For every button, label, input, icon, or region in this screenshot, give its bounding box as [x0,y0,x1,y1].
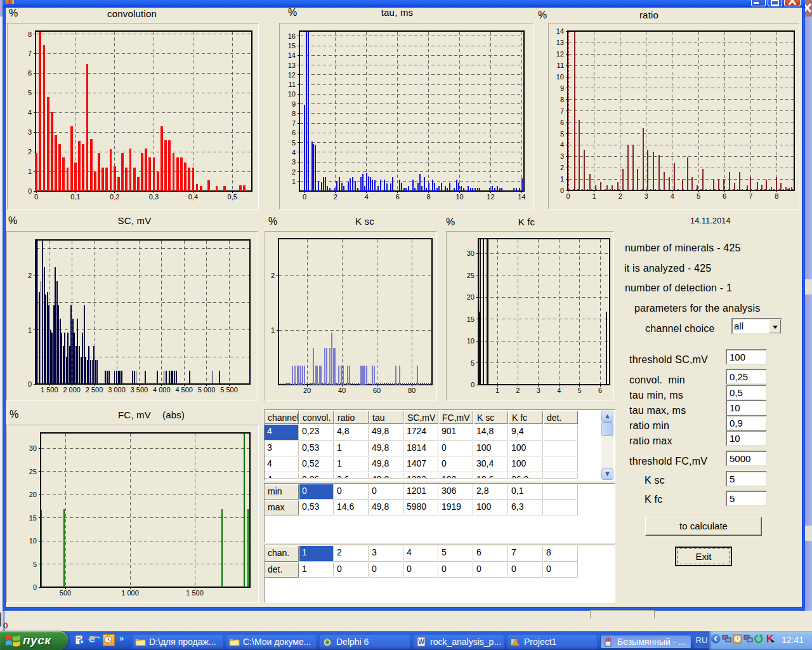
svg-text:3: 3 [28,128,32,136]
svg-text:1: 1 [593,192,596,200]
svg-text:2: 2 [334,193,337,201]
svg-text:1 000: 1 000 [121,589,139,597]
svg-text:10: 10 [556,73,564,81]
svg-text:3 500: 3 500 [131,386,148,394]
svg-text:0: 0 [28,380,32,388]
svg-text:12: 12 [487,193,494,201]
svg-text:4: 4 [292,149,296,156]
svg-text:11: 11 [557,62,564,69]
svg-text:5: 5 [33,560,37,568]
svg-text:4: 4 [28,109,32,116]
svg-text:0: 0 [560,187,564,194]
svg-text:10: 10 [29,537,37,545]
svg-text:20: 20 [467,293,475,301]
svg-text:0,2: 0,2 [110,193,119,201]
svg-text:7: 7 [560,107,564,115]
svg-text:0,1: 0,1 [70,193,80,201]
svg-text:4 000: 4 000 [153,386,171,394]
svg-text:5: 5 [28,89,32,96]
svg-text:7: 7 [749,192,752,200]
svg-text:16: 16 [288,32,296,40]
svg-text:6: 6 [292,129,296,136]
svg-text:0: 0 [303,193,306,201]
svg-text:4 500: 4 500 [175,386,193,394]
svg-text:2: 2 [619,192,622,200]
svg-text:14: 14 [556,27,564,35]
svg-text:9: 9 [560,84,564,92]
svg-text:0: 0 [471,381,475,388]
svg-text:0: 0 [33,583,37,591]
svg-text:9: 9 [292,100,296,108]
svg-text:4: 4 [365,193,369,201]
svg-text:30: 30 [29,444,37,452]
svg-text:10: 10 [455,193,463,201]
svg-text:1: 1 [271,326,275,334]
svg-text:14: 14 [518,193,525,201]
svg-text:5 500: 5 500 [220,386,238,394]
svg-text:5: 5 [578,387,582,394]
svg-text:W: W [418,639,424,646]
svg-text:1 500: 1 500 [186,589,204,597]
svg-text:60: 60 [373,387,381,394]
svg-text:15: 15 [29,514,37,522]
svg-text:7: 7 [292,119,296,127]
svg-text:80: 80 [408,387,416,394]
svg-text:13: 13 [556,39,564,46]
svg-text:8: 8 [427,193,431,201]
svg-text:4: 4 [557,387,561,394]
svg-text:15: 15 [467,315,475,323]
svg-text:12: 12 [288,71,296,79]
svg-text:8: 8 [560,96,564,103]
svg-text:25: 25 [467,272,475,279]
svg-text:1: 1 [495,387,499,394]
svg-text:4: 4 [560,141,564,149]
svg-text:2: 2 [271,272,275,279]
svg-text:40: 40 [338,387,346,394]
svg-text:20: 20 [29,491,37,498]
svg-text:1: 1 [560,175,564,183]
svg-text:8: 8 [28,30,32,38]
svg-text:0,3: 0,3 [149,193,159,201]
svg-text:6: 6 [723,192,726,200]
svg-text:25: 25 [29,468,37,475]
svg-text:2: 2 [28,272,32,279]
svg-text:6: 6 [396,193,400,201]
svg-text:1: 1 [292,178,296,185]
svg-text:8: 8 [292,110,296,117]
svg-text:7: 7 [28,50,32,57]
svg-text:3: 3 [645,192,648,200]
svg-text:2: 2 [516,387,520,394]
svg-text:2: 2 [292,168,296,176]
svg-text:20: 20 [303,387,311,394]
svg-text:3: 3 [292,158,296,166]
svg-text:6: 6 [598,387,602,394]
svg-text:5: 5 [560,130,564,138]
svg-text:0: 0 [34,193,38,201]
svg-text:2: 2 [560,164,564,171]
svg-text:3: 3 [537,387,540,394]
svg-text:1: 1 [28,168,32,175]
svg-text:11: 11 [289,81,296,88]
svg-text:2: 2 [28,148,32,156]
svg-text:5: 5 [697,192,700,200]
svg-text:0: 0 [28,187,32,195]
svg-text:0: 0 [566,192,570,200]
svg-text:500: 500 [60,589,71,597]
svg-text:1 500: 1 500 [41,386,58,394]
svg-text:3: 3 [560,152,564,160]
svg-text:6: 6 [28,69,32,77]
svg-text:1: 1 [28,326,32,334]
svg-text:13: 13 [288,62,296,69]
svg-text:15: 15 [288,42,296,50]
svg-text:2 500: 2 500 [86,386,103,394]
svg-text:4: 4 [671,192,674,200]
svg-text:12: 12 [556,50,564,58]
svg-text:10: 10 [467,337,475,345]
svg-text:5: 5 [292,139,296,147]
svg-text:8: 8 [775,192,778,200]
svg-text:2 000: 2 000 [63,386,81,394]
svg-text:30: 30 [467,249,475,257]
svg-text:K: K [766,633,774,644]
svg-text:10: 10 [288,90,296,98]
svg-text:0,4: 0,4 [188,193,198,201]
